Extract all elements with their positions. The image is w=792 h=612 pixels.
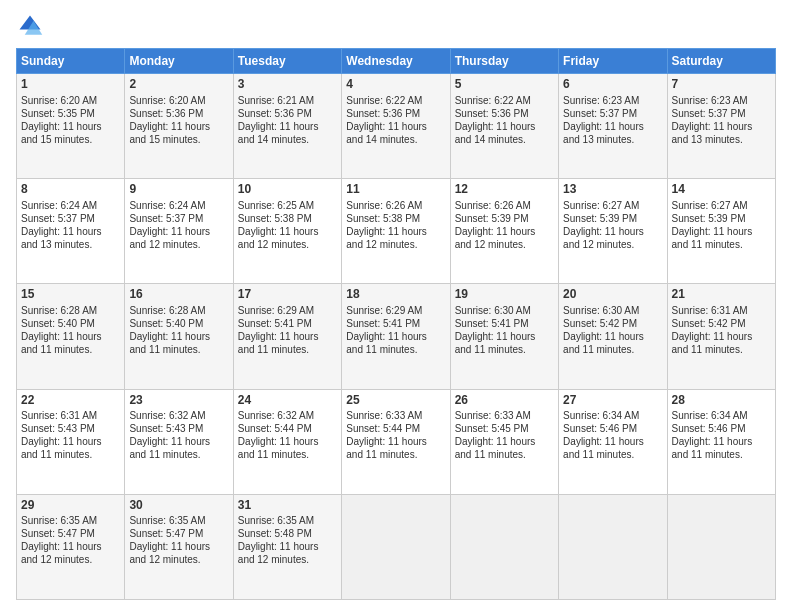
- header: [16, 12, 776, 40]
- sunset-text: Sunset: 5:46 PM: [672, 423, 746, 434]
- calendar-week-3: 15Sunrise: 6:28 AMSunset: 5:40 PMDayligh…: [17, 284, 776, 389]
- calendar-week-5: 29Sunrise: 6:35 AMSunset: 5:47 PMDayligh…: [17, 494, 776, 599]
- day-number: 2: [129, 77, 228, 93]
- calendar-header-wednesday: Wednesday: [342, 49, 450, 74]
- day-number: 16: [129, 287, 228, 303]
- daylight-text: Daylight: 11 hours and 12 minutes.: [455, 226, 536, 250]
- daylight-text: Daylight: 11 hours and 11 minutes.: [672, 331, 753, 355]
- day-number: 13: [563, 182, 662, 198]
- calendar-header-sunday: Sunday: [17, 49, 125, 74]
- sunset-text: Sunset: 5:43 PM: [129, 423, 203, 434]
- daylight-text: Daylight: 11 hours and 13 minutes.: [21, 226, 102, 250]
- day-number: 20: [563, 287, 662, 303]
- sunrise-text: Sunrise: 6:30 AM: [563, 305, 639, 316]
- sunset-text: Sunset: 5:41 PM: [455, 318, 529, 329]
- calendar-cell: 8Sunrise: 6:24 AMSunset: 5:37 PMDaylight…: [17, 179, 125, 284]
- calendar-cell: 28Sunrise: 6:34 AMSunset: 5:46 PMDayligh…: [667, 389, 775, 494]
- day-number: 24: [238, 393, 337, 409]
- sunrise-text: Sunrise: 6:28 AM: [21, 305, 97, 316]
- daylight-text: Daylight: 11 hours and 12 minutes.: [129, 226, 210, 250]
- sunrise-text: Sunrise: 6:20 AM: [129, 95, 205, 106]
- calendar-cell: 19Sunrise: 6:30 AMSunset: 5:41 PMDayligh…: [450, 284, 558, 389]
- logo: [16, 12, 48, 40]
- calendar-cell: 23Sunrise: 6:32 AMSunset: 5:43 PMDayligh…: [125, 389, 233, 494]
- day-number: 29: [21, 498, 120, 514]
- daylight-text: Daylight: 11 hours and 13 minutes.: [672, 121, 753, 145]
- sunrise-text: Sunrise: 6:31 AM: [672, 305, 748, 316]
- sunrise-text: Sunrise: 6:22 AM: [455, 95, 531, 106]
- page: SundayMondayTuesdayWednesdayThursdayFrid…: [0, 0, 792, 612]
- sunset-text: Sunset: 5:39 PM: [672, 213, 746, 224]
- sunset-text: Sunset: 5:41 PM: [238, 318, 312, 329]
- day-number: 7: [672, 77, 771, 93]
- calendar-cell: 15Sunrise: 6:28 AMSunset: 5:40 PMDayligh…: [17, 284, 125, 389]
- calendar-cell: 9Sunrise: 6:24 AMSunset: 5:37 PMDaylight…: [125, 179, 233, 284]
- sunset-text: Sunset: 5:38 PM: [346, 213, 420, 224]
- sunrise-text: Sunrise: 6:23 AM: [563, 95, 639, 106]
- calendar-cell: 17Sunrise: 6:29 AMSunset: 5:41 PMDayligh…: [233, 284, 341, 389]
- sunrise-text: Sunrise: 6:22 AM: [346, 95, 422, 106]
- calendar-cell: 21Sunrise: 6:31 AMSunset: 5:42 PMDayligh…: [667, 284, 775, 389]
- calendar-header-row: SundayMondayTuesdayWednesdayThursdayFrid…: [17, 49, 776, 74]
- sunset-text: Sunset: 5:46 PM: [563, 423, 637, 434]
- day-number: 25: [346, 393, 445, 409]
- daylight-text: Daylight: 11 hours and 12 minutes.: [238, 541, 319, 565]
- daylight-text: Daylight: 11 hours and 11 minutes.: [129, 331, 210, 355]
- sunrise-text: Sunrise: 6:27 AM: [672, 200, 748, 211]
- calendar-cell: 6Sunrise: 6:23 AMSunset: 5:37 PMDaylight…: [559, 74, 667, 179]
- calendar-cell: 27Sunrise: 6:34 AMSunset: 5:46 PMDayligh…: [559, 389, 667, 494]
- calendar-cell: [667, 494, 775, 599]
- day-number: 5: [455, 77, 554, 93]
- daylight-text: Daylight: 11 hours and 11 minutes.: [563, 331, 644, 355]
- daylight-text: Daylight: 11 hours and 12 minutes.: [21, 541, 102, 565]
- daylight-text: Daylight: 11 hours and 11 minutes.: [238, 436, 319, 460]
- calendar-cell: 18Sunrise: 6:29 AMSunset: 5:41 PMDayligh…: [342, 284, 450, 389]
- calendar-week-2: 8Sunrise: 6:24 AMSunset: 5:37 PMDaylight…: [17, 179, 776, 284]
- sunset-text: Sunset: 5:39 PM: [563, 213, 637, 224]
- calendar-cell: 25Sunrise: 6:33 AMSunset: 5:44 PMDayligh…: [342, 389, 450, 494]
- day-number: 18: [346, 287, 445, 303]
- calendar-cell: 3Sunrise: 6:21 AMSunset: 5:36 PMDaylight…: [233, 74, 341, 179]
- sunset-text: Sunset: 5:48 PM: [238, 528, 312, 539]
- sunrise-text: Sunrise: 6:35 AM: [21, 515, 97, 526]
- calendar-cell: 7Sunrise: 6:23 AMSunset: 5:37 PMDaylight…: [667, 74, 775, 179]
- day-number: 15: [21, 287, 120, 303]
- day-number: 9: [129, 182, 228, 198]
- day-number: 11: [346, 182, 445, 198]
- calendar-cell: 1Sunrise: 6:20 AMSunset: 5:35 PMDaylight…: [17, 74, 125, 179]
- calendar-cell: 11Sunrise: 6:26 AMSunset: 5:38 PMDayligh…: [342, 179, 450, 284]
- daylight-text: Daylight: 11 hours and 12 minutes.: [129, 541, 210, 565]
- calendar-cell: 12Sunrise: 6:26 AMSunset: 5:39 PMDayligh…: [450, 179, 558, 284]
- sunset-text: Sunset: 5:44 PM: [238, 423, 312, 434]
- sunrise-text: Sunrise: 6:35 AM: [129, 515, 205, 526]
- calendar-cell: 20Sunrise: 6:30 AMSunset: 5:42 PMDayligh…: [559, 284, 667, 389]
- sunset-text: Sunset: 5:47 PM: [129, 528, 203, 539]
- sunset-text: Sunset: 5:43 PM: [21, 423, 95, 434]
- calendar-cell: 24Sunrise: 6:32 AMSunset: 5:44 PMDayligh…: [233, 389, 341, 494]
- logo-icon: [16, 12, 44, 40]
- sunset-text: Sunset: 5:37 PM: [563, 108, 637, 119]
- sunset-text: Sunset: 5:36 PM: [455, 108, 529, 119]
- sunset-text: Sunset: 5:36 PM: [238, 108, 312, 119]
- sunrise-text: Sunrise: 6:29 AM: [346, 305, 422, 316]
- calendar-cell: 16Sunrise: 6:28 AMSunset: 5:40 PMDayligh…: [125, 284, 233, 389]
- day-number: 1: [21, 77, 120, 93]
- sunset-text: Sunset: 5:35 PM: [21, 108, 95, 119]
- sunset-text: Sunset: 5:42 PM: [672, 318, 746, 329]
- sunrise-text: Sunrise: 6:32 AM: [238, 410, 314, 421]
- calendar-cell: 4Sunrise: 6:22 AMSunset: 5:36 PMDaylight…: [342, 74, 450, 179]
- calendar-header-friday: Friday: [559, 49, 667, 74]
- sunrise-text: Sunrise: 6:32 AM: [129, 410, 205, 421]
- day-number: 14: [672, 182, 771, 198]
- day-number: 4: [346, 77, 445, 93]
- day-number: 27: [563, 393, 662, 409]
- day-number: 22: [21, 393, 120, 409]
- daylight-text: Daylight: 11 hours and 11 minutes.: [672, 226, 753, 250]
- calendar-cell: 5Sunrise: 6:22 AMSunset: 5:36 PMDaylight…: [450, 74, 558, 179]
- calendar-body: 1Sunrise: 6:20 AMSunset: 5:35 PMDaylight…: [17, 74, 776, 600]
- daylight-text: Daylight: 11 hours and 11 minutes.: [672, 436, 753, 460]
- sunrise-text: Sunrise: 6:30 AM: [455, 305, 531, 316]
- sunset-text: Sunset: 5:37 PM: [129, 213, 203, 224]
- sunrise-text: Sunrise: 6:23 AM: [672, 95, 748, 106]
- sunrise-text: Sunrise: 6:27 AM: [563, 200, 639, 211]
